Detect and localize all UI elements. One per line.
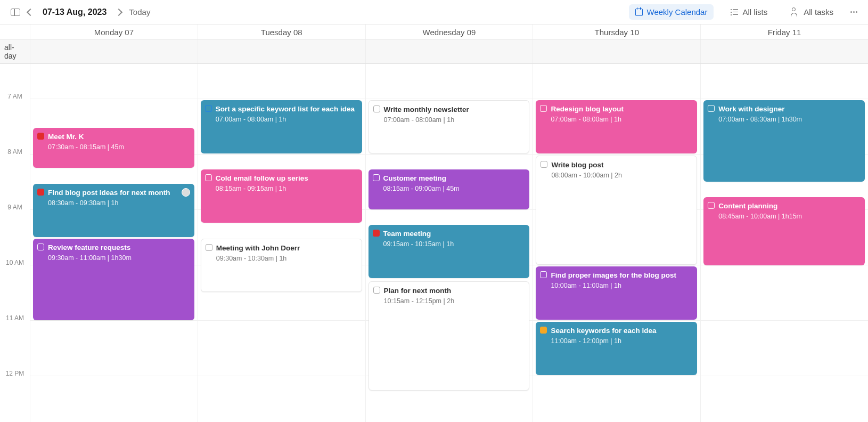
hour-label: 11 AM [0, 314, 30, 322]
prev-week-button[interactable] [28, 10, 33, 15]
event-time: 08:15am - 09:00am | 45m [383, 185, 525, 192]
view-weekly-calendar[interactable]: Weekly Calendar [629, 4, 714, 20]
event-checkbox[interactable] [540, 271, 547, 278]
event-card[interactable]: Write blog post08:00am - 10:00am | 2h [536, 156, 697, 265]
hour-label: 10 AM [0, 259, 30, 266]
sidebar-toggle-icon[interactable] [11, 9, 20, 16]
event-title: Content planning [718, 201, 859, 211]
event-checkbox[interactable] [373, 287, 380, 294]
event-checkbox[interactable] [37, 189, 44, 196]
event-time: 07:00am - 08:00am | 1h [384, 116, 524, 124]
day-header-thu: Thursday 10 [533, 25, 700, 39]
event-title: Write blog post [551, 160, 691, 170]
event-checkbox[interactable] [708, 105, 715, 112]
event-time: 09:30am - 10:30am | 1h [216, 255, 356, 262]
event-title: Search keywords for each idea [551, 326, 692, 336]
event-time: 07:00am - 08:30am | 1h30m [718, 116, 859, 123]
event-title: Redesign blog layout [551, 104, 692, 114]
event-checkbox[interactable] [205, 174, 212, 181]
allday-label: all-day [0, 40, 30, 63]
day-header-mon: Monday 07 [30, 25, 198, 39]
event-time: 10:15am - 12:15pm | 2h [384, 297, 524, 305]
allday-mon[interactable] [30, 40, 198, 63]
day-column-mon[interactable]: Meet Mr. K07:30am - 08:15am | 45mFind bl… [30, 64, 198, 422]
hour-label: 12 PM [0, 370, 30, 377]
event-card[interactable]: Cold email follow up series08:15am - 09:… [201, 169, 362, 223]
people-icon [791, 9, 799, 16]
avatar [182, 188, 190, 197]
event-title: Meet Mr. K [48, 132, 189, 142]
event-title: Find blog post ideas for next month [48, 188, 189, 198]
event-time: 11:00am - 12:00pm | 1h [551, 337, 692, 345]
event-card[interactable]: Find proper images for the blog post10:0… [536, 266, 697, 320]
list-icon [731, 9, 738, 15]
toolbar-right: Weekly Calendar All lists All tasks [629, 4, 857, 20]
event-card[interactable]: Redesign blog layout07:00am - 08:00am | … [536, 100, 697, 153]
event-time: 08:00am - 10:00am | 2h [551, 172, 691, 179]
filter-all-tasks[interactable]: All tasks [784, 4, 840, 20]
time-gutter-header [0, 25, 30, 39]
day-column-wed[interactable]: Write monthly newsletter07:00am - 08:00a… [365, 64, 533, 422]
event-title: Cold email follow up series [216, 174, 357, 183]
day-header-wed: Wednesday 09 [365, 25, 533, 39]
event-checkbox[interactable] [37, 133, 44, 140]
event-card[interactable]: Team meeting09:15am - 10:15am | 1h [369, 225, 530, 278]
event-time: 10:00am - 11:00am | 1h [551, 282, 692, 289]
day-header-tue: Tuesday 08 [198, 25, 365, 39]
allday-fri[interactable] [700, 40, 868, 63]
next-week-button[interactable] [116, 10, 121, 15]
event-card[interactable]: Find blog post ideas for next month08:30… [33, 184, 194, 237]
event-card[interactable]: Work with designer07:00am - 08:30am | 1h… [703, 100, 865, 182]
day-column-tue[interactable]: Sort a specific keyword list for each id… [198, 64, 365, 422]
event-title: Team meeting [383, 229, 525, 239]
allday-thu[interactable] [533, 40, 700, 63]
event-card[interactable]: Content planning08:45am - 10:00am | 1h15… [703, 197, 865, 265]
event-checkbox[interactable] [37, 244, 44, 250]
event-time: 07:30am - 08:15am | 45m [48, 143, 189, 151]
event-title: Customer meeting [383, 174, 525, 183]
event-time: 09:15am - 10:15am | 1h [383, 240, 525, 248]
event-checkbox[interactable] [373, 174, 380, 181]
event-card[interactable]: Search keywords for each idea11:00am - 1… [536, 322, 697, 375]
all-lists-label: All lists [742, 7, 767, 17]
filter-all-lists[interactable]: All lists [724, 4, 774, 20]
allday-wed[interactable] [365, 40, 533, 63]
day-column-fri[interactable]: Work with designer07:00am - 08:30am | 1h… [700, 64, 868, 422]
day-header-fri: Friday 11 [700, 25, 868, 39]
event-checkbox[interactable] [205, 105, 212, 112]
event-checkbox[interactable] [540, 105, 547, 112]
event-title: Write monthly newsletter [384, 105, 524, 115]
allday-row: all-day [0, 40, 868, 64]
calendar-grid: 7 AM 8 AM 9 AM 10 AM 11 AM 12 PM Meet Mr… [0, 64, 868, 422]
event-card[interactable]: Customer meeting08:15am - 09:00am | 45m [369, 169, 530, 209]
event-time: 07:00am - 08:00am | 1h [216, 116, 357, 123]
event-card[interactable]: Sort a specific keyword list for each id… [201, 100, 362, 153]
event-card[interactable]: Meet Mr. K07:30am - 08:15am | 45m [33, 128, 194, 168]
event-title: Work with designer [718, 104, 859, 114]
event-checkbox[interactable] [540, 327, 547, 334]
event-time: 08:30am - 09:30am | 1h [48, 199, 189, 207]
event-checkbox[interactable] [541, 161, 547, 168]
event-checkbox[interactable] [373, 230, 380, 237]
hour-label: 8 AM [0, 148, 30, 156]
event-time: 09:30am - 11:00am | 1h30m [48, 254, 189, 262]
day-header-row: Monday 07 Tuesday 08 Wednesday 09 Thursd… [0, 25, 868, 40]
event-card[interactable]: Write monthly newsletter07:00am - 08:00a… [369, 100, 530, 153]
event-title: Meeting with John Doerr [216, 244, 356, 253]
event-time: 08:45am - 10:00am | 1h15m [718, 213, 859, 220]
event-time: 07:00am - 08:00am | 1h [551, 116, 692, 123]
event-checkbox[interactable] [206, 244, 212, 251]
event-card[interactable]: Plan for next month10:15am - 12:15pm | 2… [369, 281, 530, 391]
event-checkbox[interactable] [373, 106, 380, 112]
event-card[interactable]: Review feature requests09:30am - 11:00am… [33, 239, 194, 320]
hour-label: 9 AM [0, 204, 30, 211]
allday-tue[interactable] [198, 40, 365, 63]
today-button[interactable]: Today [129, 7, 150, 17]
event-checkbox[interactable] [708, 202, 715, 209]
weekly-calendar-label: Weekly Calendar [647, 7, 708, 17]
events-layer: Meet Mr. K07:30am - 08:15am | 45mFind bl… [30, 64, 868, 422]
event-title: Plan for next month [384, 286, 524, 296]
day-column-thu[interactable]: Redesign blog layout07:00am - 08:00am | … [533, 64, 700, 422]
event-card[interactable]: Meeting with John Doerr09:30am - 10:30am… [201, 239, 362, 292]
more-menu-button[interactable] [850, 11, 857, 13]
